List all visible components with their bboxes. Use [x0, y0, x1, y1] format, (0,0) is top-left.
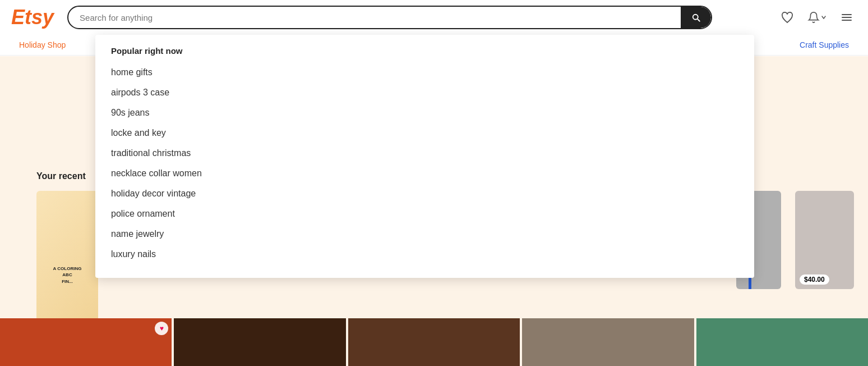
- bead-item-3[interactable]: [348, 318, 520, 366]
- bead-item-1[interactable]: ♥: [0, 318, 172, 366]
- product-right-2[interactable]: $40.00: [795, 191, 854, 289]
- bead-green-bg: [696, 318, 868, 366]
- bell-icon: [807, 11, 820, 24]
- header: Etsy: [0, 0, 868, 35]
- dropdown-item-0[interactable]: home gifts: [95, 62, 754, 83]
- heart-icon: [781, 11, 794, 24]
- dropdown-item-3[interactable]: locke and key: [95, 123, 754, 143]
- svg-rect-0: [842, 14, 852, 15]
- header-icons: [777, 7, 857, 28]
- nav-item-craft-supplies[interactable]: Craft Supplies: [792, 35, 857, 55]
- svg-rect-2: [842, 20, 852, 21]
- chevron-down-icon: [821, 15, 827, 20]
- bead-dark-bg: [174, 318, 345, 366]
- dropdown-item-9[interactable]: luxury nails: [95, 244, 754, 264]
- bead-med-bg: [348, 318, 520, 366]
- dropdown-item-1[interactable]: airpods 3 case: [95, 83, 754, 103]
- dropdown-title: Popular right now: [95, 46, 754, 62]
- dropdown-item-5[interactable]: necklace collar women: [95, 163, 754, 184]
- dropdown-item-7[interactable]: police ornament: [95, 204, 754, 224]
- favorites-button[interactable]: [777, 7, 797, 28]
- bead-multi-bg: [522, 318, 694, 366]
- dropdown-item-2[interactable]: 90s jeans: [95, 103, 754, 123]
- dropdown-item-6[interactable]: holiday decor vintage: [95, 184, 754, 204]
- coloring-book-text: A COLORING ABC FIN...: [53, 266, 82, 285]
- bead-item-4[interactable]: [522, 318, 694, 366]
- search-button[interactable]: [681, 7, 711, 28]
- dropdown-item-4[interactable]: traditional christmas: [95, 143, 754, 163]
- notifications-button[interactable]: [804, 8, 830, 27]
- search-icon: [691, 12, 701, 22]
- menu-icon: [840, 11, 853, 24]
- svg-rect-1: [842, 17, 852, 18]
- search-bar: [67, 6, 712, 29]
- search-input[interactable]: [68, 7, 681, 28]
- etsy-logo[interactable]: Etsy: [11, 6, 54, 29]
- search-container: [67, 6, 712, 29]
- menu-button[interactable]: [837, 7, 857, 28]
- search-dropdown: Popular right now home gifts airpods 3 c…: [95, 35, 754, 278]
- bead-item-2[interactable]: [174, 318, 345, 366]
- recent-section-label: Your recent: [36, 171, 86, 181]
- bead-item-5[interactable]: [696, 318, 868, 366]
- bead-row: ♥: [0, 318, 868, 366]
- product-price-right: $40.00: [800, 274, 829, 285]
- dropdown-item-8[interactable]: name jewelry: [95, 224, 754, 244]
- nav-item-holiday-shop[interactable]: Holiday Shop: [11, 35, 73, 55]
- bead-orange-bg: [0, 318, 172, 366]
